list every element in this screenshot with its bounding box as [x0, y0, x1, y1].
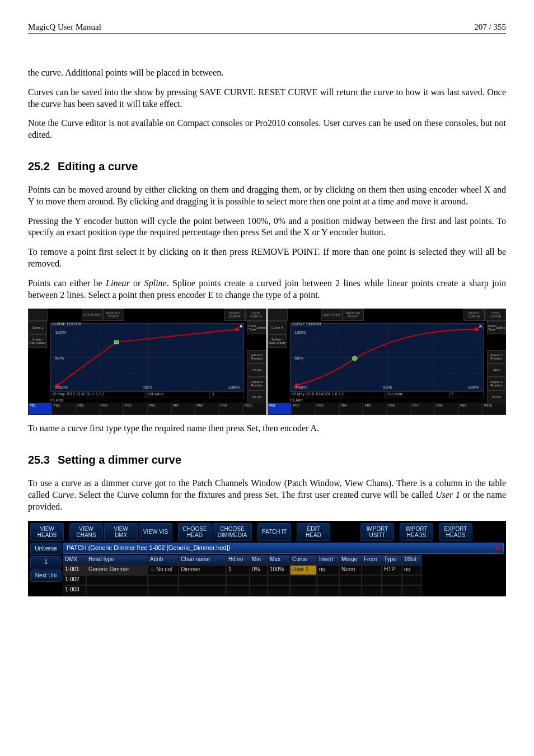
choose-dimmedia-button[interactable]: CHOOSE DIM/MEDIA [213, 523, 252, 541]
table-cell[interactable] [382, 575, 402, 585]
col-type[interactable]: Type [382, 555, 402, 565]
table-cell[interactable] [339, 575, 362, 585]
table-cell[interactable] [250, 575, 268, 585]
playback-button[interactable]: PB7 [171, 403, 195, 415]
playback-button[interactable]: PB10 [482, 403, 506, 415]
col-headtype[interactable]: Head type [86, 555, 148, 565]
playback-button[interactable]: PB4 [100, 403, 124, 415]
view-chans-button[interactable]: VIEW CHANS [69, 523, 103, 541]
reset-curve-button[interactable]: RESET CURVE [224, 309, 245, 321]
next-uni-button[interactable]: Next Uni [30, 570, 62, 582]
table-cell[interactable] [290, 575, 317, 585]
add-point-button[interactable]: ADD POINT [82, 309, 103, 321]
col-max[interactable]: Max [268, 555, 290, 565]
table-cell[interactable]: Dimmer [179, 565, 226, 575]
linear-nonlinear-button[interactable]: Spline / Non Linear [268, 334, 287, 348]
playback-button[interactable]: PB2 [292, 403, 316, 415]
plot-close-icon[interactable]: X [240, 324, 242, 329]
table-cell[interactable] [402, 585, 422, 595]
table-cell[interactable]: Norm [339, 565, 362, 575]
table-cell[interactable] [317, 585, 339, 595]
curve-plot[interactable]: CURVE EDITOR X 100% 50% 0% 0% [50, 323, 244, 391]
playback-button[interactable]: PB3 [76, 403, 100, 415]
import-usitt-button[interactable]: IMPORT USITT [360, 523, 394, 541]
table-cell[interactable] [86, 585, 148, 595]
playback-button[interactable]: PB1 [268, 403, 292, 415]
playback-button[interactable]: PB3 [315, 403, 339, 415]
col-chan[interactable]: Chan name [179, 555, 226, 565]
view-vis-button[interactable]: VIEW VIS [139, 523, 172, 541]
table-cell[interactable]: 0% [250, 565, 268, 575]
curve-plot[interactable]: CURVE EDITOR X 100% 50% 0% 0% [290, 323, 484, 391]
table-cell[interactable]: Generic Dimmer [86, 565, 148, 575]
choose-head-button[interactable]: CHOOSE HEAD [178, 523, 212, 541]
table-cell[interactable]: no [317, 565, 339, 575]
table-cell[interactable] [339, 585, 362, 595]
playback-button[interactable]: PB5 [363, 403, 387, 415]
col-min[interactable]: Min [250, 555, 268, 565]
table-cell[interactable] [179, 575, 226, 585]
table-cell[interactable] [226, 585, 250, 595]
table-cell[interactable]: no [402, 565, 422, 575]
export-heads-button[interactable]: EXPORT HEADS [439, 523, 472, 541]
col-16bit[interactable]: 16bit [402, 555, 422, 565]
plot-close-icon[interactable]: X [479, 324, 482, 329]
adjust-y-button[interactable]: Adjust Y Position [247, 350, 266, 363]
playback-button[interactable]: PB9 [219, 403, 243, 415]
playback-button[interactable]: PB1 [28, 403, 52, 415]
remove-point-button[interactable]: REMOVE POINT [343, 309, 364, 321]
table-cell[interactable] [268, 585, 290, 595]
playback-button[interactable]: PB8 [434, 403, 458, 415]
table-cell[interactable]: 1-002 [63, 575, 86, 585]
playback-button[interactable]: PB5 [123, 403, 147, 415]
view-dmx-button[interactable]: VIEW DMX [104, 523, 138, 541]
playback-button[interactable]: PB9 [458, 403, 483, 415]
col-attrib[interactable]: Attrib [148, 555, 179, 565]
col-curve[interactable]: Curve [290, 555, 317, 565]
linear-nonlinear-button[interactable]: Linear / Non Linear [28, 334, 47, 348]
table-cell[interactable] [382, 585, 402, 595]
universe-number-button[interactable]: 1 [30, 556, 62, 568]
playback-button[interactable]: PB7 [411, 403, 435, 415]
curve-cell-selected[interactable]: User 1 [290, 565, 317, 575]
table-cell[interactable] [250, 585, 268, 595]
point-type-button[interactable]: Point TypeLinear [247, 321, 266, 334]
point-type-button[interactable]: Point TypeSpline [487, 321, 506, 334]
col-dmx[interactable]: DMX [63, 555, 86, 565]
playback-button[interactable]: PB4 [339, 403, 363, 415]
import-heads-button[interactable]: IMPORT HEADS [400, 523, 433, 541]
table-cell[interactable] [362, 585, 382, 595]
playback-button[interactable]: PB6 [147, 403, 171, 415]
table-cell[interactable] [86, 575, 148, 585]
curve-name-button[interactable]: Curve 1 [28, 321, 47, 334]
table-cell[interactable] [362, 575, 382, 585]
table-cell[interactable]: 1 [226, 565, 250, 575]
save-curve-button[interactable]: SAVE CURVE [485, 309, 506, 321]
table-cell[interactable]: 100% [268, 565, 290, 575]
table-cell[interactable]: 1-003 [63, 585, 86, 595]
adjust-y-button[interactable]: Adjust Y Position [487, 350, 506, 363]
remove-point-button[interactable]: REMOVE POINT [103, 309, 124, 321]
curve-name-button[interactable]: Curve 4 [268, 321, 287, 334]
table-cell[interactable]: 1-001 [63, 565, 86, 575]
table-cell[interactable] [179, 585, 226, 595]
table-cell[interactable] [402, 575, 422, 585]
table-cell[interactable] [148, 585, 179, 595]
table-cell[interactable]: HTP [382, 565, 402, 575]
playback-button[interactable]: PB10 [242, 403, 266, 415]
playback-button[interactable]: PB2 [52, 403, 76, 415]
view-heads-button[interactable]: VIEW HEADS [30, 523, 64, 541]
close-icon[interactable]: X [495, 544, 500, 552]
edit-head-button[interactable]: EDIT HEAD [297, 523, 330, 541]
col-from[interactable]: From [362, 555, 382, 565]
table-cell[interactable] [226, 575, 250, 585]
table-cell[interactable] [317, 575, 339, 585]
universe-label-button[interactable]: Universe [30, 543, 62, 555]
adjust-x-button[interactable]: Adjust X Position [247, 377, 266, 390]
adjust-x-button[interactable]: Adjust X Position [487, 377, 506, 390]
col-hdno[interactable]: Hd no [226, 555, 250, 565]
table-cell[interactable] [290, 585, 317, 595]
table-cell[interactable] [148, 575, 179, 585]
col-invert[interactable]: Invert [317, 555, 339, 565]
reset-curve-button[interactable]: RESET CURVE [463, 309, 485, 321]
